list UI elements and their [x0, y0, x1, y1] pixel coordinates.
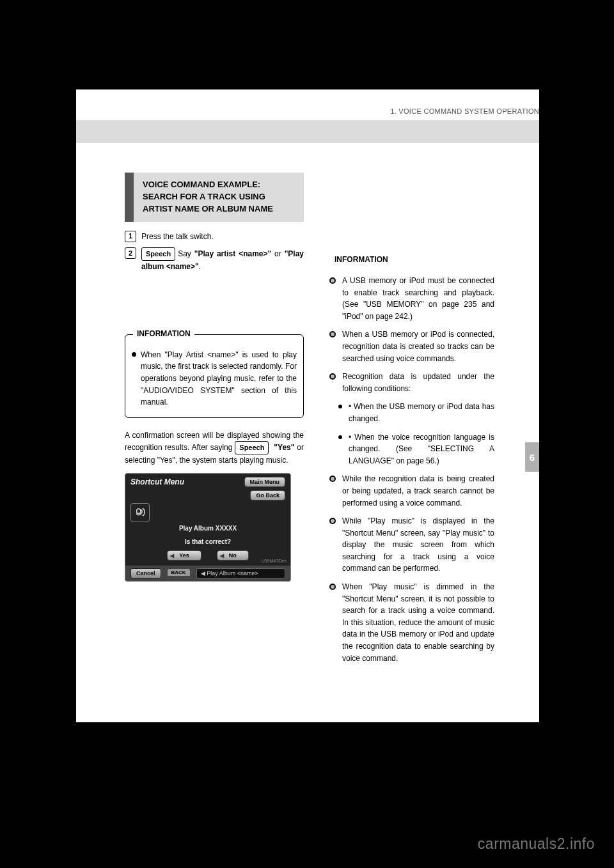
information-box-left: INFORMATION When "Play Artist <name>" is… — [125, 334, 304, 418]
bullet-icon — [329, 584, 336, 590]
page-content: VOICE COMMAND EXAMPLE: SEARCH FOR A TRAC… — [125, 173, 501, 691]
play-album-text: Play Album XXXXX — [125, 525, 290, 532]
back-tab[interactable]: BACK — [168, 569, 190, 576]
information-text: When "Play Artist <name>" is used to pla… — [141, 349, 297, 408]
breadcrumb: 1. VOICE COMMAND SYSTEM OPERATION — [390, 107, 539, 115]
info-bullet: When "Play music" is dimmed in the "Shor… — [342, 581, 494, 664]
speech-badge: Speech — [141, 247, 175, 261]
play-album-field: ◀ Play Album <name> — [196, 568, 285, 578]
speech-badge: Speech — [235, 441, 269, 454]
breadcrumb-bar — [76, 120, 539, 143]
image-code: U59M47Den — [262, 559, 287, 563]
main-menu-button[interactable]: Main Menu — [244, 477, 286, 487]
yes-button[interactable]: Yes — [167, 550, 201, 561]
shortcut-menu-title: Shortcut Menu — [130, 477, 184, 486]
bullet-icon — [329, 476, 336, 482]
manual-page: 1. VOICE COMMAND SYSTEM OPERATION 6 VOIC… — [76, 89, 539, 722]
watermark: carmanuals2.info — [478, 835, 595, 853]
sub-bullet-icon — [338, 435, 342, 439]
step-number: 2 — [125, 247, 136, 259]
bullet-icon — [329, 518, 336, 524]
step-1-text: Press the talk switch. — [141, 231, 214, 243]
shortcut-menu-screenshot: Shortcut Menu Main Menu Go Back Play Alb… — [125, 473, 291, 582]
step-1: 1 Press the talk switch. — [125, 231, 304, 243]
step-2-text: SpeechSay "Play artist <name>" or "Play … — [141, 247, 304, 273]
go-back-button[interactable]: Go Back — [250, 490, 285, 500]
cancel-button[interactable]: Cancel — [130, 568, 161, 578]
info-bullet: When a USB memory or iPod is connected, … — [342, 329, 494, 364]
information-label: INFORMATION — [331, 255, 392, 264]
confirmation-paragraph: A confirmation screen will be displayed … — [125, 430, 304, 467]
sub-bullet-icon — [338, 405, 342, 408]
no-button[interactable]: No — [217, 550, 249, 561]
section-thumb-tab: 6 — [525, 442, 539, 472]
info-sub-bullet: • When the voice recognition language is… — [349, 431, 494, 467]
info-bullet: A USB memory or iPod must be connected t… — [342, 275, 494, 322]
section-heading: VOICE COMMAND EXAMPLE: SEARCH FOR A TRAC… — [125, 173, 304, 222]
info-sub-bullet: • When the USB memory or iPod data has c… — [349, 401, 494, 424]
bullet-icon — [329, 277, 336, 284]
information-label: INFORMATION — [133, 329, 194, 338]
confirm-question: Is that correct? — [125, 538, 290, 545]
bullet-icon — [329, 331, 336, 337]
step-2: 2 SpeechSay "Play artist <name>" or "Pla… — [125, 247, 304, 273]
info-bullet: Recognition data is updated under the fo… — [342, 371, 494, 394]
left-column: VOICE COMMAND EXAMPLE: SEARCH FOR A TRAC… — [125, 173, 304, 691]
right-column: INFORMATION A USB memory or iPod must be… — [323, 173, 501, 691]
information-box-right: INFORMATION A USB memory or iPod must be… — [323, 261, 501, 679]
info-bullet: While the recognition data is being crea… — [342, 473, 494, 509]
speak-icon — [130, 503, 150, 522]
bullet-icon — [329, 373, 336, 380]
info-bullet: While "Play music" is displayed in the "… — [342, 515, 494, 575]
bullet-icon — [132, 352, 136, 357]
step-number: 1 — [125, 231, 136, 242]
